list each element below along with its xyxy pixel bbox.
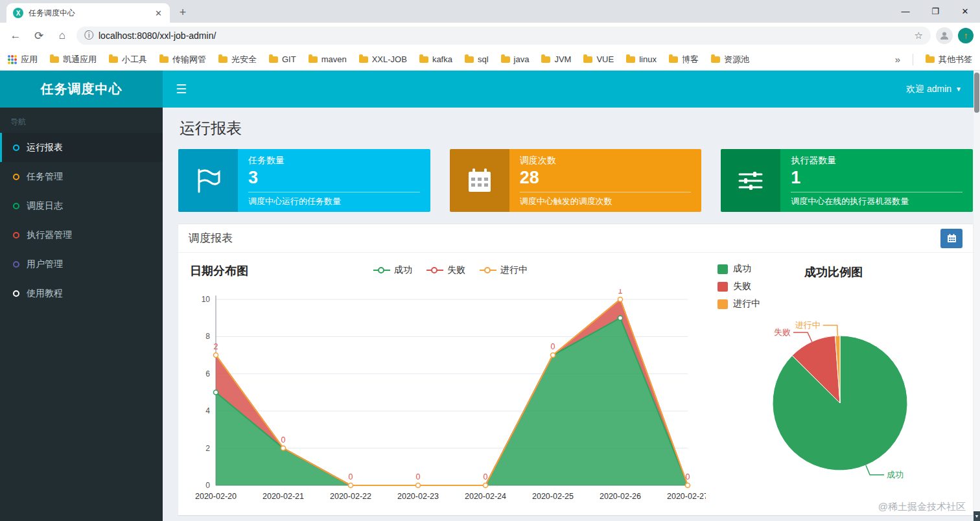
profile-avatar[interactable] xyxy=(936,27,953,44)
bookmark-label: JVM xyxy=(554,54,571,64)
sliders-icon xyxy=(721,149,780,212)
svg-text:进行中: 进行中 xyxy=(795,320,821,330)
scrollbar-down-icon[interactable]: ▼ xyxy=(974,511,980,521)
stat-divider xyxy=(520,192,692,192)
svg-text:8: 8 xyxy=(205,332,210,341)
browser-update-icon[interactable]: ↑ xyxy=(958,28,974,43)
bookmark-item[interactable]: kafka xyxy=(419,54,452,64)
bookmark-label: 其他书签 xyxy=(939,54,972,65)
sidebar-item-run-report[interactable]: 运行报表 xyxy=(0,133,163,162)
new-tab-button[interactable]: + xyxy=(174,3,192,21)
bookmark-item[interactable]: 资源池 xyxy=(711,54,749,65)
folder-icon xyxy=(309,56,318,63)
folder-icon xyxy=(626,56,635,63)
site-info-icon[interactable]: ⓘ xyxy=(84,30,93,41)
bookmark-label: linux xyxy=(639,54,657,64)
apps-button[interactable]: 应用 xyxy=(8,54,38,65)
apps-grid-icon xyxy=(8,55,17,64)
bookmark-label: 光安全 xyxy=(231,54,257,65)
report-panel: 调度报表 日期分布图 成功 xyxy=(178,224,973,515)
tab-favicon-icon: X xyxy=(13,8,23,18)
bookmark-item[interactable]: java xyxy=(501,54,530,64)
tab-close-icon[interactable]: ✕ xyxy=(154,8,163,18)
legend-item-success[interactable]: 成功 xyxy=(718,263,760,275)
bookmark-item[interactable]: 小工具 xyxy=(109,54,147,65)
svg-text:4: 4 xyxy=(205,406,210,415)
sidebar-item-user-manage[interactable]: 用户管理 xyxy=(0,249,163,279)
report-panel-body: 日期分布图 成功 失败 xyxy=(178,253,973,515)
sidebar-item-executor-manage[interactable]: 执行器管理 xyxy=(0,220,163,249)
sidebar-item-label: 任务管理 xyxy=(27,171,63,183)
back-button[interactable]: ← xyxy=(6,27,25,45)
legend-item-inprogress[interactable]: 进行中 xyxy=(480,264,528,276)
address-bar[interactable]: ⓘ localhost:8080/xxl-job-admin/ ☆ xyxy=(76,27,931,45)
circle-icon xyxy=(13,174,19,180)
bookmark-item[interactable]: VUE xyxy=(583,54,614,64)
stat-title: 执行器数量 xyxy=(791,155,962,167)
sidebar-toggle-icon[interactable]: ☰ xyxy=(163,71,200,108)
bookmark-item[interactable]: JVM xyxy=(541,54,571,64)
line-chart-legend: 成功 失败 进行中 xyxy=(373,264,528,276)
person-icon xyxy=(939,30,950,41)
home-button[interactable]: ⌂ xyxy=(53,27,71,45)
svg-text:2020-02-25: 2020-02-25 xyxy=(532,492,574,501)
legend-swatch-icon xyxy=(718,282,728,292)
legend-swatch-icon xyxy=(718,299,728,309)
bookmark-item[interactable]: 凯通应用 xyxy=(50,54,97,65)
sidebar-item-job-manage[interactable]: 任务管理 xyxy=(0,162,163,191)
pie-chart-legend: 成功 失败 进行中 xyxy=(718,263,760,310)
bookmark-item[interactable]: GIT xyxy=(269,54,296,64)
line-chart-zone: 日期分布图 成功 失败 xyxy=(187,262,714,515)
sidebar-item-label: 执行器管理 xyxy=(27,229,72,241)
stat-description: 调度中心运行的任务数量 xyxy=(248,196,420,207)
user-menu[interactable]: 欢迎 admin ▼ xyxy=(906,84,962,95)
legend-item-fail[interactable]: 失败 xyxy=(426,264,465,276)
bookmark-star-icon[interactable]: ☆ xyxy=(915,30,923,41)
caret-down-icon: ▼ xyxy=(955,86,962,93)
svg-text:0: 0 xyxy=(205,481,210,490)
bookmark-item[interactable]: 博客 xyxy=(669,54,699,65)
welcome-text: 欢迎 admin xyxy=(906,84,951,95)
bookmark-label: 凯通应用 xyxy=(63,54,97,65)
bookmark-item[interactable]: linux xyxy=(626,54,657,64)
svg-text:10: 10 xyxy=(202,295,211,304)
page-scrollbar[interactable]: ▼ xyxy=(974,71,980,521)
stat-divider xyxy=(791,192,962,192)
window-close-button[interactable]: ✕ xyxy=(950,0,980,23)
bookmark-label: XXL-JOB xyxy=(372,54,407,64)
bookmark-item[interactable]: sql xyxy=(465,54,489,64)
legend-label: 进行中 xyxy=(733,298,760,310)
legend-item-fail[interactable]: 失败 xyxy=(718,281,760,292)
bookmark-label: sql xyxy=(478,54,489,64)
legend-marker-icon xyxy=(373,266,390,274)
folder-icon xyxy=(501,56,510,63)
browser-tab[interactable]: X 任务调度中心 ✕ xyxy=(6,3,170,23)
app-logo[interactable]: 任务调度中心 xyxy=(0,71,163,108)
legend-item-success[interactable]: 成功 xyxy=(373,264,412,276)
window-minimize-button[interactable]: — xyxy=(891,0,920,23)
bookmark-item[interactable]: 光安全 xyxy=(218,54,257,65)
bookmarks-overflow-chevron[interactable]: » xyxy=(895,54,900,65)
app-body: 导航 运行报表 任务管理 调度日志 执行器管理 xyxy=(0,108,980,521)
folder-icon xyxy=(269,56,278,63)
bookmark-item[interactable]: 传输网管 xyxy=(159,54,206,65)
window-maximize-button[interactable]: ❐ xyxy=(920,0,950,23)
svg-text:6: 6 xyxy=(205,369,210,378)
bookmark-item[interactable]: maven xyxy=(309,54,347,64)
svg-text:2020-02-21: 2020-02-21 xyxy=(262,492,304,501)
stat-description: 调度中心触发的调度次数 xyxy=(520,196,692,207)
svg-text:2020-02-20: 2020-02-20 xyxy=(195,492,237,501)
legend-label: 成功 xyxy=(394,264,412,276)
refresh-button[interactable]: ⟳ xyxy=(30,27,48,45)
sidebar-item-tutorial[interactable]: 使用教程 xyxy=(0,279,163,308)
circle-icon xyxy=(13,232,19,238)
stat-title: 任务数量 xyxy=(248,155,420,167)
legend-item-inprogress[interactable]: 进行中 xyxy=(718,298,760,310)
folder-icon xyxy=(50,56,59,63)
svg-text:2: 2 xyxy=(214,342,218,351)
bookmark-item[interactable]: XXL-JOB xyxy=(359,54,407,64)
scrollbar-thumb[interactable] xyxy=(974,73,979,113)
date-range-button[interactable] xyxy=(940,229,962,248)
other-bookmarks-button[interactable]: 其他书签 xyxy=(926,54,972,65)
sidebar-item-job-log[interactable]: 调度日志 xyxy=(0,191,163,220)
